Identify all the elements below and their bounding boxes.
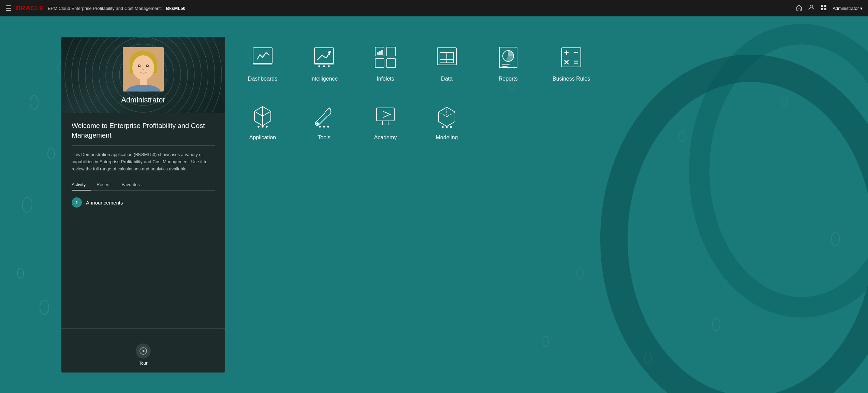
svg-marker-45	[143, 350, 145, 352]
reports-icon	[495, 44, 522, 71]
reports-label: Reports	[499, 76, 518, 82]
main-content: Administrator Welcome to Enterprise Prof…	[0, 16, 868, 393]
navbar-right: Administrator ▾	[796, 4, 863, 13]
svg-rect-55	[387, 47, 396, 56]
announcements-section: 1 Announcements	[72, 197, 215, 208]
business-rules-label: Business Rules	[553, 76, 590, 82]
intelligence-icon	[310, 44, 338, 71]
data-label: Data	[441, 76, 453, 82]
home-icon[interactable]	[796, 4, 803, 13]
svg-rect-46	[253, 48, 272, 64]
svg-rect-48	[314, 48, 334, 64]
svg-point-83	[266, 126, 267, 127]
announcement-label: Announcements	[86, 200, 123, 206]
tour-button[interactable]	[136, 343, 151, 359]
svg-point-81	[258, 126, 259, 127]
avatar	[123, 47, 164, 92]
icon-grid: Dashboards In	[246, 37, 807, 373]
svg-rect-59	[379, 51, 381, 55]
svg-rect-20	[824, 5, 826, 7]
infolets-icon	[372, 44, 399, 71]
dropdown-arrow-icon: ▾	[860, 6, 863, 11]
tab-recent[interactable]: Recent	[91, 179, 116, 191]
tour-section: Tour	[61, 328, 225, 373]
svg-point-40	[139, 65, 140, 66]
user-menu-label: Administrator	[833, 6, 859, 11]
intelligence-label: Intelligence	[310, 76, 338, 82]
data-icon	[433, 44, 460, 71]
app-title: EPM Cloud Enterprise Profitability and C…	[48, 6, 162, 11]
svg-rect-58	[377, 53, 379, 55]
modeling-nav-item[interactable]: Modeling	[430, 102, 464, 141]
user-card-header: Administrator	[61, 37, 225, 113]
svg-point-51	[319, 66, 320, 67]
announcement-badge: 1	[72, 197, 82, 208]
academy-icon	[372, 102, 399, 130]
svg-rect-88	[377, 108, 394, 121]
svg-point-52	[323, 66, 325, 67]
svg-point-87	[327, 126, 329, 127]
intelligence-nav-item[interactable]: Intelligence	[307, 44, 341, 82]
user-menu[interactable]: Administrator ▾	[833, 6, 863, 11]
tab-favorites[interactable]: Favorites	[116, 179, 145, 191]
tour-divider	[68, 336, 218, 336]
svg-point-84	[317, 123, 319, 125]
academy-nav-item[interactable]: Academy	[368, 102, 402, 141]
welcome-description: This Demonstration application (BKSML50)…	[72, 151, 215, 172]
tour-label: Tour	[139, 361, 147, 366]
top-navbar: ☰ ORACLE EPM Cloud Enterprise Profitabil…	[0, 0, 868, 16]
user-name: Administrator	[121, 96, 165, 104]
tab-activity[interactable]: Activity	[72, 179, 91, 191]
svg-rect-21	[821, 8, 823, 10]
navbar-left: ☰ ORACLE EPM Cloud Enterprise Profitabil…	[5, 5, 792, 12]
academy-label: Academy	[374, 135, 397, 141]
svg-rect-57	[387, 59, 396, 68]
svg-rect-60	[381, 50, 383, 55]
svg-point-18	[810, 5, 813, 8]
infolets-nav-item[interactable]: Infolets	[368, 44, 402, 82]
tools-icon	[310, 102, 338, 130]
application-label: Application	[249, 135, 276, 141]
business-rules-icon	[558, 44, 585, 71]
user-card-body: Welcome to Enterprise Profitability and …	[61, 113, 225, 328]
svg-point-85	[319, 126, 321, 127]
svg-point-41	[147, 65, 148, 66]
svg-rect-56	[375, 59, 384, 68]
tools-nav-item[interactable]: Tools	[307, 102, 341, 141]
data-nav-item[interactable]: Data	[430, 44, 464, 82]
svg-point-53	[328, 66, 329, 67]
dashboards-icon	[249, 44, 276, 71]
app-instance: BksML50	[166, 6, 186, 11]
user-card: Administrator Welcome to Enterprise Prof…	[61, 37, 225, 373]
svg-point-93	[442, 126, 443, 128]
svg-point-82	[262, 126, 263, 127]
svg-marker-92	[383, 111, 390, 117]
svg-rect-42	[140, 78, 147, 85]
svg-point-95	[450, 126, 452, 128]
modeling-label: Modeling	[436, 135, 458, 141]
dashboards-label: Dashboards	[248, 76, 277, 82]
svg-rect-22	[824, 8, 826, 10]
svg-rect-19	[821, 5, 823, 7]
activity-tabs: Activity Recent Favorites	[72, 179, 215, 191]
svg-point-94	[446, 126, 447, 128]
business-rules-nav-item[interactable]: Business Rules	[553, 44, 590, 82]
application-icon	[249, 102, 276, 130]
svg-point-86	[323, 126, 325, 127]
svg-point-37	[132, 55, 154, 80]
hamburger-menu-icon[interactable]: ☰	[5, 5, 12, 12]
application-nav-item[interactable]: Application	[246, 102, 280, 141]
welcome-title: Welcome to Enterprise Profitability and …	[72, 121, 215, 140]
icon-row-1: Dashboards In	[246, 44, 807, 82]
reports-nav-item[interactable]: Reports	[491, 44, 525, 82]
modeling-icon	[433, 102, 460, 130]
infolets-label: Infolets	[377, 76, 394, 82]
tools-label: Tools	[318, 135, 330, 141]
apps-grid-icon[interactable]	[820, 4, 827, 13]
icon-row-2: Application Tools	[246, 102, 807, 141]
oracle-logo: ORACLE	[16, 5, 44, 12]
divider	[72, 145, 215, 146]
dashboards-nav-item[interactable]: Dashboards	[246, 44, 280, 82]
user-profile-icon[interactable]	[808, 4, 815, 13]
